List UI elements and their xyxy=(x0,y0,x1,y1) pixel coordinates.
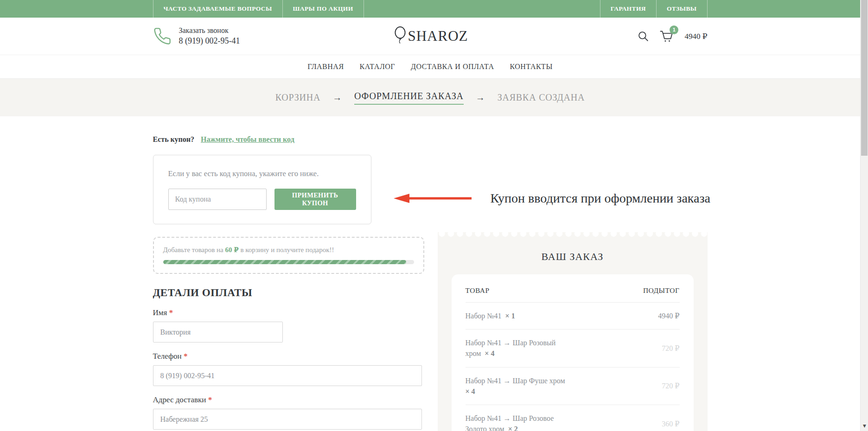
required-mark: * xyxy=(184,352,188,361)
required-mark: * xyxy=(208,395,212,404)
nav-item-catalog[interactable]: КАТАЛОГ xyxy=(360,55,396,78)
coupon-form: Если у вас есть код купона, укажите его … xyxy=(153,155,371,224)
order-row: Набор №41 × 1 4940 ₽ xyxy=(466,303,680,330)
coupon-toggle-link[interactable]: Нажмите, чтобы ввести код xyxy=(201,135,294,143)
cart-total: 4940 ₽ xyxy=(684,32,707,41)
topbar-item-reviews[interactable]: ОТЗЫВЫ xyxy=(656,0,708,18)
checkout-breadcrumb: КОРЗИНА → ОФОРМЛЕНИЕ ЗАКАЗА → ЗАЯВКА СОЗ… xyxy=(0,79,860,116)
order-row: Набор №41 → Шар Розовое Золото хром × 2 … xyxy=(466,405,680,431)
coupon-code-input[interactable] xyxy=(168,189,267,210)
order-price: 720 ₽ xyxy=(662,344,679,353)
address-field-label: Адрес доставки * xyxy=(153,395,424,405)
gift-progress-fill xyxy=(163,260,407,264)
breadcrumb-arrow-icon: → xyxy=(332,92,342,103)
breadcrumb-step-checkout[interactable]: ОФОРМЛЕНИЕ ЗАКАЗА xyxy=(354,91,464,105)
phone-icon xyxy=(153,27,172,45)
name-field[interactable] xyxy=(153,322,283,342)
order-summary-card: ТОВАР ПОДЫТОГ Набор №41 × 1 4940 ₽ Набор… xyxy=(452,274,694,431)
coupon-question-label: Есть купон? xyxy=(153,135,195,143)
order-qty: × 1 xyxy=(505,312,515,320)
logo[interactable]: SHAROZ xyxy=(392,26,468,46)
order-row: Набор №41 → Шар Фуше хром × 4 720 ₽ xyxy=(466,368,680,405)
order-qty: × 2 xyxy=(508,425,518,431)
annotation-text: Купон вводится при оформлении заказа xyxy=(491,191,710,206)
nav-item-delivery[interactable]: ДОСТАВКА И ОПЛАТА xyxy=(411,55,494,78)
cart-count-badge: 1 xyxy=(670,25,678,34)
call-block: Заказать звонок 8 (919) 002-95-41 xyxy=(153,26,240,46)
header-phone-number[interactable]: 8 (919) 002-95-41 xyxy=(179,36,240,46)
apply-coupon-button[interactable]: ПРИМЕНИТЬ КУПОН xyxy=(274,189,356,210)
search-icon[interactable] xyxy=(637,30,649,42)
gift-progress-box: Добавьте товаров на 60 ₽ в корзину и пол… xyxy=(153,237,424,274)
billing-details-title: ДЕТАЛИ ОПЛАТЫ xyxy=(153,287,424,299)
topbar-right-menu: ГАРАНТИЯ ОТЗЫВЫ xyxy=(600,0,708,18)
order-col-product: ТОВАР xyxy=(466,286,490,295)
order-row: Набор №41 → Шар Розовый хром × 4 720 ₽ xyxy=(466,330,680,367)
gift-amount: 60 ₽ xyxy=(225,246,239,254)
gift-progress-text: Добавьте товаров на 60 ₽ в корзину и пол… xyxy=(163,246,414,254)
required-mark: * xyxy=(169,308,173,317)
call-request-link[interactable]: Заказать звонок xyxy=(179,26,240,35)
address-field[interactable] xyxy=(153,409,422,430)
topbar-left-menu: ЧАСТО ЗАДАВАЕМЫЕ ВОПРОСЫ ШАРЫ ПО АКЦИИ xyxy=(153,0,364,18)
checkout-main: Купон вводится при оформлении заказа Ест… xyxy=(153,116,708,431)
page-scrollbar[interactable]: ▼ xyxy=(860,0,868,431)
breadcrumb-step-created: ЗАЯВКА СОЗДАНА xyxy=(498,92,585,103)
scrollbar-thumb[interactable] xyxy=(861,0,868,156)
header-actions: 1 4940 ₽ xyxy=(637,29,707,43)
coupon-annotation: Купон вводится при оформлении заказа xyxy=(392,191,710,206)
gift-progress-bar xyxy=(163,260,414,264)
page: ЧАСТО ЗАДАВАЕМЫЕ ВОПРОСЫ ШАРЫ ПО АКЦИИ Г… xyxy=(0,0,860,431)
header: Заказать звонок 8 (919) 002-95-41 SHAROZ xyxy=(0,18,860,55)
phone-field-label: Телефон * xyxy=(153,352,424,361)
topbar: ЧАСТО ЗАДАВАЕМЫЕ ВОПРОСЫ ШАРЫ ПО АКЦИИ Г… xyxy=(0,0,860,18)
checkout-left-column: Есть купон? Нажмите, чтобы ввести код Ес… xyxy=(153,116,424,431)
topbar-item-warranty[interactable]: ГАРАНТИЯ xyxy=(600,0,656,18)
cart-button[interactable]: 1 xyxy=(659,29,674,43)
logo-text: SHAROZ xyxy=(408,28,468,44)
order-summary-title: ВАШ ЗАКАЗ xyxy=(452,251,694,263)
order-table-header: ТОВАР ПОДЫТОГ xyxy=(466,286,680,303)
nav-item-home[interactable]: ГЛАВНАЯ xyxy=(307,55,344,78)
breadcrumb-step-cart[interactable]: КОРЗИНА xyxy=(275,92,321,103)
topbar-item-sale-balloons[interactable]: ШАРЫ ПО АКЦИИ xyxy=(282,0,364,18)
main-nav: ГЛАВНАЯ КАТАЛОГ ДОСТАВКА И ОПЛАТА КОНТАК… xyxy=(0,55,860,79)
balloon-icon xyxy=(392,26,408,46)
order-price: 720 ₽ xyxy=(662,381,679,390)
order-qty: × 4 xyxy=(466,387,475,395)
breadcrumb-arrow-icon: → xyxy=(476,92,485,103)
nav-item-contacts[interactable]: КОНТАКТЫ xyxy=(510,55,553,78)
coupon-question-row: Есть купон? Нажмите, чтобы ввести код xyxy=(153,135,424,144)
phone-field[interactable] xyxy=(153,365,422,386)
coupon-hint-text: Если у вас есть код купона, укажите его … xyxy=(168,169,356,178)
order-qty: × 4 xyxy=(485,349,494,357)
order-summary-panel: ВАШ ЗАКАЗ ТОВАР ПОДЫТОГ Набор №41 × 1 49… xyxy=(438,232,708,431)
scrollbar-down-arrow-icon[interactable]: ▼ xyxy=(861,421,868,431)
topbar-item-faq[interactable]: ЧАСТО ЗАДАВАЕМЫЕ ВОПРОСЫ xyxy=(153,0,282,18)
order-col-subtotal: ПОДЫТОГ xyxy=(643,286,680,295)
checkout-right-column: ВАШ ЗАКАЗ ТОВАР ПОДЫТОГ Набор №41 × 1 49… xyxy=(438,116,708,431)
order-price: 4940 ₽ xyxy=(658,311,679,320)
order-price: 360 ₽ xyxy=(662,419,679,428)
red-arrow-icon xyxy=(392,192,473,205)
name-field-label: Имя * xyxy=(153,308,424,317)
